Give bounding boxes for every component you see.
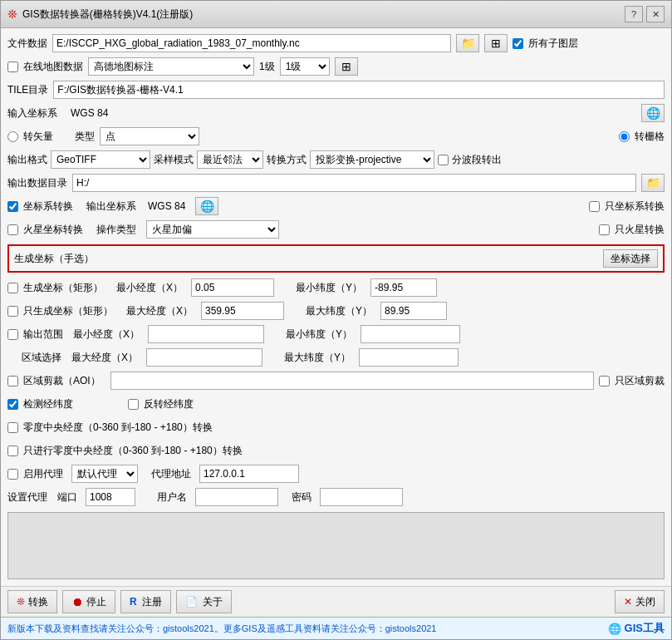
online-map-row: 在线地图数据 高德地图标注 1级 1级 ⊞ <box>7 57 665 76</box>
generate-coord-manual-label: 生成坐标（手选） <box>14 252 94 266</box>
type-select[interactable]: 点 <box>100 127 199 145</box>
file-stack-button[interactable]: ⊞ <box>484 34 508 52</box>
reverse-lon-check[interactable] <box>128 399 139 410</box>
mars-transform-check[interactable] <box>7 224 18 235</box>
coord-select-button[interactable]: 坐标选择 <box>603 249 658 268</box>
vector-raster-row: 转矢量 类型 点 转栅格 <box>7 126 665 146</box>
generate-coord-rect-row1: 生成坐标（矩形） 最小经度（X） 最小纬度（Y） <box>7 278 665 298</box>
output-format-label: 输出格式 <box>7 153 47 167</box>
convert-method-select[interactable]: 投影变换-projective <box>310 150 434 169</box>
only-coord-label: 只坐标系转换 <box>605 199 665 214</box>
about-icon: 📄 <box>185 596 198 608</box>
gis-logo-text: GIS工具 <box>625 621 665 636</box>
stop-label: 停止 <box>86 595 106 609</box>
port-row: 设置代理 端口 用户名 密码 <box>7 487 665 507</box>
min-lon-input[interactable] <box>191 278 274 297</box>
title-controls: ? ✕ <box>625 6 665 22</box>
out-max-lat-input[interactable] <box>359 348 459 367</box>
user-input[interactable] <box>195 488 278 506</box>
port-input[interactable] <box>86 488 135 506</box>
output-range-check[interactable] <box>7 329 18 340</box>
raster-radio[interactable] <box>619 131 630 142</box>
op-type-select[interactable]: 火星加偏 <box>146 220 279 239</box>
register-icon: R <box>130 596 137 608</box>
coord-transform-label: 坐标系转换 <box>23 199 73 214</box>
pwd-label: 密码 <box>292 490 311 505</box>
stop-icon: ⏺ <box>71 595 83 608</box>
output-coord-globe-button[interactable]: 🌐 <box>195 197 218 215</box>
online-stack-button[interactable]: ⊞ <box>335 57 358 76</box>
sample-mode-select[interactable]: 最近邻法 <box>197 150 263 169</box>
level-select[interactable]: 1级 <box>280 57 330 76</box>
input-coord-value: WGS 84 <box>71 107 108 119</box>
help-button[interactable]: ? <box>625 6 643 22</box>
only-region-label: 只区域剪裁 <box>615 374 665 388</box>
proxy-addr-input[interactable] <box>199 465 299 483</box>
only-zero-lon-check[interactable] <box>7 446 18 456</box>
only-region-check[interactable] <box>599 376 610 386</box>
online-map-select[interactable]: 高德地图标注 <box>88 57 254 76</box>
mars-transform-row: 火星坐标转换 操作类型 火星加偏 只火星转换 <box>7 219 665 239</box>
out-max-lon-input[interactable] <box>146 348 262 367</box>
vector-radio[interactable] <box>7 131 18 142</box>
output-range-row: 输出范围 最小经度（X） 最小纬度（Y） <box>7 324 665 344</box>
app-icon: ❊ <box>7 7 17 21</box>
register-button[interactable]: R 注册 <box>120 590 171 613</box>
min-lat-input[interactable] <box>370 278 437 297</box>
zero-lon-check[interactable] <box>7 422 18 433</box>
input-coord-row: 输入坐标系 WGS 84 🌐 <box>7 103 665 123</box>
output-dir-row: 输出数据目录 📁 <box>7 173 665 193</box>
user-label: 用户名 <box>157 490 187 505</box>
pwd-input[interactable] <box>320 488 403 506</box>
convert-button[interactable]: ❊ 转换 <box>7 590 57 613</box>
gis-icon: 🌐 <box>608 623 621 635</box>
gen-coord-rect-label: 生成坐标（矩形） <box>23 281 103 295</box>
check-lon-row: 检测经纬度 反转经纬度 <box>7 394 665 414</box>
file-data-label: 文件数据 <box>7 37 47 51</box>
region-select-row: 区域选择 最大经度（X） 最大纬度（Y） <box>7 347 665 367</box>
file-data-input[interactable] <box>52 34 451 52</box>
min-lat-label: 最小纬度（Y） <box>296 281 362 295</box>
close-icon: ✕ <box>624 596 632 608</box>
stop-button[interactable]: ⏺ 停止 <box>62 590 115 613</box>
output-dir-button[interactable]: 📁 <box>641 174 665 192</box>
output-dir-input[interactable] <box>72 174 636 192</box>
close-title-button[interactable]: ✕ <box>646 6 665 22</box>
close-button[interactable]: ✕ 关闭 <box>615 590 665 613</box>
region-select-label: 区域选择 <box>22 351 61 365</box>
about-button[interactable]: 📄 关于 <box>176 590 232 613</box>
tile-dir-input[interactable] <box>53 81 665 99</box>
all-layers-label: 所有子图层 <box>528 37 578 51</box>
proxy-enable-check[interactable] <box>7 469 18 480</box>
max-lon-input[interactable] <box>201 302 284 320</box>
level-label: 1级 <box>259 60 275 74</box>
max-lat-input[interactable] <box>380 302 447 320</box>
gen-coord-rect-check[interactable] <box>7 283 18 293</box>
out-min-lat-input[interactable] <box>361 325 460 343</box>
segment-check[interactable] <box>438 155 449 165</box>
region-clip-input[interactable] <box>110 372 594 390</box>
only-gen-coord-rect-label: 只生成坐标（矩形） <box>23 304 113 318</box>
only-coord-check[interactable] <box>589 201 600 212</box>
main-content: 文件数据 📁 ⊞ 所有子图层 在线地图数据 高德地图标注 1级 1级 ⊞ TIL… <box>1 28 671 586</box>
only-mars-check[interactable] <box>599 224 610 235</box>
window-title: GIS数据转换器(栅格转换)V4.1(注册版) <box>22 7 193 22</box>
proxy-type-select[interactable]: 默认代理 <box>71 465 138 483</box>
op-type-label: 操作类型 <box>96 223 136 237</box>
toolbar-left: ❊ 转换 ⏺ 停止 R 注册 📄 关于 <box>7 590 232 613</box>
all-layers-check[interactable] <box>513 38 523 49</box>
vector-label: 转矢量 <box>23 130 53 144</box>
input-coord-globe-button[interactable]: 🌐 <box>641 104 665 122</box>
coord-transform-check[interactable] <box>7 201 18 212</box>
output-format-select[interactable]: GeoTIFF <box>51 150 150 169</box>
tile-dir-row: TILE目录 <box>7 80 665 100</box>
output-format-row: 输出格式 GeoTIFF 采样模式 最近邻法 转换方式 投影变换-project… <box>7 150 665 170</box>
mars-transform-label: 火星坐标转换 <box>23 223 83 237</box>
only-gen-coord-rect-check[interactable] <box>7 306 18 317</box>
min-lon-label: 最小经度（X） <box>116 281 183 295</box>
region-clip-check[interactable] <box>7 376 18 386</box>
check-lon-check[interactable] <box>7 399 18 410</box>
out-min-lon-input[interactable] <box>148 325 264 343</box>
file-open-button[interactable]: 📁 <box>456 34 479 52</box>
online-map-check[interactable] <box>7 62 18 72</box>
